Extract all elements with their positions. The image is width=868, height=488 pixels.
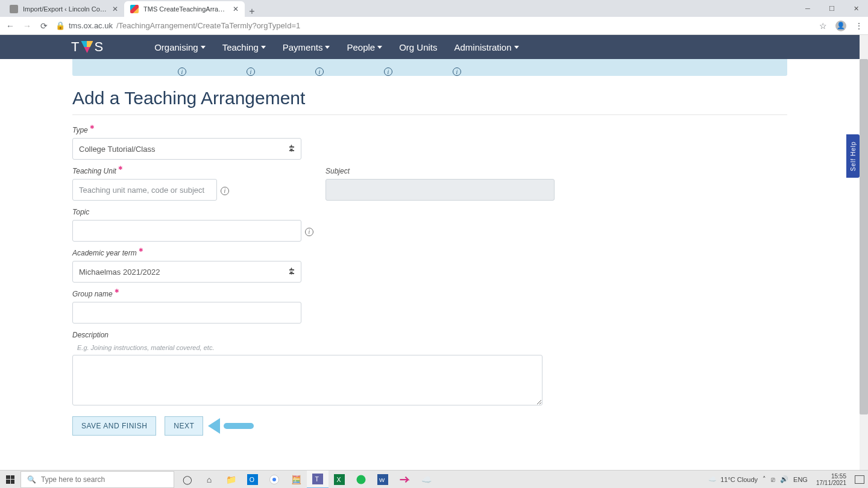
browser-tab[interactable]: Import/Export ‹ Lincoln College ✕ [4,1,124,17]
nav-teaching[interactable]: Teaching [214,35,274,59]
search-icon: 🔍 [27,475,36,484]
app-navbar: T S Organising Teaching Payments People … [0,35,860,59]
tms-logo[interactable]: T S [71,39,104,55]
file-explorer-icon[interactable]: 📁 [220,471,242,489]
task-view-icon[interactable]: ◯ [177,471,198,489]
info-icon[interactable]: i [247,67,255,76]
nav-payments[interactable]: Payments [274,35,339,59]
cortana-icon[interactable]: ⌂ [198,471,220,489]
page-title: Add a Teaching Arrangement [72,88,787,108]
close-icon[interactable]: ✕ [233,5,239,13]
browser-tab[interactable]: TMS CreateTeachingArrangemen ✕ [124,1,245,17]
word-icon[interactable]: W [372,471,394,489]
topic-info[interactable]: i [305,225,313,236]
language-indicator[interactable]: ENG [793,476,808,483]
chevron-down-icon [201,46,206,49]
new-tab-button[interactable]: + [245,6,259,17]
teams-icon[interactable]: T [307,471,329,489]
label-description: Description [72,331,787,339]
teaching-unit-info[interactable]: i [221,184,229,195]
label-topic: Topic [72,208,787,216]
reload-button[interactable]: ⟳ [39,21,49,31]
svg-text:O: O [250,475,254,483]
tab-strip: Import/Export ‹ Lincoln College ✕ TMS Cr… [0,0,868,17]
info-icon[interactable]: i [453,67,461,76]
action-center-icon[interactable] [855,475,864,484]
info-icon[interactable]: i [315,67,324,76]
main-content: Add a Teaching Arrangement Type College … [0,76,860,436]
lock-icon: 🔒 [55,21,65,30]
url-host: tms.ox.ac.uk [69,21,113,30]
app-icon[interactable]: ☁️ [415,471,437,489]
next-button[interactable]: Next [165,416,203,436]
tab-title: TMS CreateTeachingArrangemen [143,5,228,13]
label-subject: Subject [326,167,555,175]
windows-logo-icon [6,475,14,484]
network-icon[interactable]: ⎚ [771,476,775,483]
subject-readonly [326,179,555,201]
group-name-input[interactable] [72,302,301,324]
description-textarea[interactable] [72,355,542,405]
logo-text: S [94,39,104,55]
forward-button[interactable]: → [22,21,33,31]
back-button[interactable]: ← [5,21,16,31]
minimize-button[interactable]: ─ [796,0,820,17]
label-group-name: Group name [72,290,787,298]
chevron-down-icon [261,46,266,49]
close-icon[interactable]: ✕ [112,5,118,13]
svg-text:T: T [315,475,319,482]
label-term: Academic year term [72,249,787,257]
nav-administration[interactable]: Administration [446,35,527,59]
windows-taskbar: 🔍 Type here to search ◯ ⌂ 📁 O 🧮 T X W ☁️… [0,470,868,488]
system-tray: ☁️ 11°C Cloudy ˄ ⎚ 🔊 ENG 15:55 17/11/202… [708,473,868,486]
nav-organising[interactable]: Organising [146,35,214,59]
tms-favicon-icon [130,5,139,13]
save-and-finish-button[interactable]: Save and finish [72,416,156,436]
globe-icon [10,5,18,13]
close-window-button[interactable]: ✕ [844,0,868,17]
outlook-icon[interactable]: O [242,471,263,489]
svg-text:W: W [379,476,385,483]
nav-org-units[interactable]: Org Units [391,35,445,59]
kebab-menu-icon[interactable]: ⋮ [855,21,863,31]
cloud-icon: ☁️ [708,475,717,483]
address-bar[interactable]: 🔒 tms.ox.ac.uk/TeachingArrangement/Creat… [55,21,813,30]
volume-icon[interactable]: 🔊 [780,475,788,483]
term-select[interactable]: Michaelmas 2021/2022 [72,261,301,283]
app-icon[interactable] [394,471,415,489]
topic-input[interactable] [72,220,301,242]
excel-icon[interactable]: X [329,471,350,489]
chevron-up-icon[interactable]: ˄ [763,475,766,483]
info-icon[interactable]: i [384,67,392,76]
nav-people[interactable]: People [338,35,391,59]
teaching-unit-input[interactable] [72,179,217,201]
label-teaching-unit: Teaching Unit [72,167,229,175]
weather-widget[interactable]: ☁️ 11°C Cloudy [708,475,758,483]
page-viewport: T S Organising Teaching Payments People … [0,35,868,488]
arrow-annotation-icon [212,419,254,433]
info-icon[interactable]: i [178,67,186,76]
search-placeholder: Type here to search [41,475,105,484]
select-caret-icon: ▲▼ [289,144,294,152]
start-button[interactable] [0,471,20,489]
scrollbar-thumb[interactable] [860,59,868,414]
logo-mark-icon [81,41,93,53]
svg-point-3 [272,478,276,481]
taskbar-apps: ◯ ⌂ 📁 O 🧮 T X W ☁️ [177,471,437,489]
taskbar-search[interactable]: 🔍 Type here to search [20,471,174,488]
browser-toolbar: ← → ⟳ 🔒 tms.ox.ac.uk/TeachingArrangement… [0,17,868,35]
profile-avatar-icon[interactable]: 👤 [835,20,846,31]
browser-chrome: Import/Export ‹ Lincoln College ✕ TMS Cr… [0,0,868,35]
self-help-tab[interactable]: Self Help [846,134,860,178]
label-type: Type [72,126,787,134]
calculator-icon[interactable]: 🧮 [285,471,307,489]
type-select[interactable]: College Tutorial/Class [72,138,301,160]
description-hint: E.g. Joining instructions, material cove… [77,344,787,351]
svg-point-8 [357,475,366,484]
maximize-button[interactable]: ☐ [820,0,844,17]
spotify-icon[interactable] [350,471,372,489]
chrome-icon[interactable] [263,471,285,489]
divider [72,114,787,115]
star-icon[interactable]: ☆ [819,21,827,31]
taskbar-clock[interactable]: 15:55 17/11/2021 [813,473,850,486]
